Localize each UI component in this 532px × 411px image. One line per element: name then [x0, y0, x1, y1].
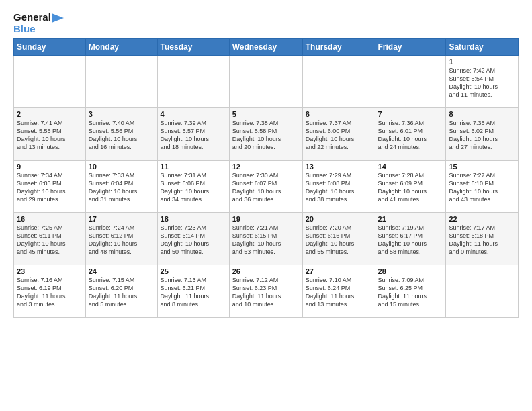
calendar-cell [375, 56, 446, 108]
calendar-cell: 16Sunrise: 7:25 AM Sunset: 6:11 PM Dayli… [14, 213, 86, 265]
calendar-cell [14, 56, 86, 108]
calendar-cell: 11Sunrise: 7:31 AM Sunset: 6:06 PM Dayli… [157, 161, 229, 213]
calendar-cell: 9Sunrise: 7:34 AM Sunset: 6:03 PM Daylig… [14, 161, 86, 213]
day-info: Sunrise: 7:29 AM Sunset: 6:08 PM Dayligh… [306, 171, 372, 204]
weekday-header-row: SundayMondayTuesdayWednesdayThursdayFrid… [14, 39, 519, 56]
day-info: Sunrise: 7:34 AM Sunset: 6:03 PM Dayligh… [17, 171, 83, 204]
day-info: Sunrise: 7:27 AM Sunset: 6:10 PM Dayligh… [449, 171, 515, 204]
day-number: 22 [449, 215, 515, 223]
day-info: Sunrise: 7:25 AM Sunset: 6:11 PM Dayligh… [17, 224, 83, 257]
day-number: 18 [161, 215, 226, 223]
calendar-cell: 1Sunrise: 7:42 AM Sunset: 5:54 PM Daylig… [446, 56, 519, 108]
calendar-cell: 18Sunrise: 7:23 AM Sunset: 6:14 PM Dayli… [157, 213, 229, 265]
calendar-cell [229, 56, 302, 108]
day-info: Sunrise: 7:31 AM Sunset: 6:06 PM Dayligh… [161, 171, 226, 204]
calendar-cell: 17Sunrise: 7:24 AM Sunset: 6:12 PM Dayli… [85, 213, 157, 265]
weekday-thursday: Thursday [302, 39, 375, 56]
calendar-cell: 10Sunrise: 7:33 AM Sunset: 6:04 PM Dayli… [85, 161, 157, 213]
calendar-week-4: 16Sunrise: 7:25 AM Sunset: 6:11 PM Dayli… [14, 213, 519, 265]
day-info: Sunrise: 7:38 AM Sunset: 5:58 PM Dayligh… [232, 119, 300, 152]
day-info: Sunrise: 7:16 AM Sunset: 6:19 PM Dayligh… [17, 276, 83, 309]
weekday-friday: Friday [375, 39, 446, 56]
day-number: 8 [449, 110, 515, 118]
day-info: Sunrise: 7:37 AM Sunset: 6:00 PM Dayligh… [306, 119, 372, 152]
day-info: Sunrise: 7:24 AM Sunset: 6:12 PM Dayligh… [89, 224, 154, 257]
day-info: Sunrise: 7:33 AM Sunset: 6:04 PM Dayligh… [89, 171, 154, 204]
svg-marker-0 [52, 13, 64, 23]
calendar-cell: 4Sunrise: 7:39 AM Sunset: 5:57 PM Daylig… [157, 108, 229, 161]
calendar-cell: 7Sunrise: 7:36 AM Sunset: 6:01 PM Daylig… [375, 108, 446, 161]
weekday-monday: Monday [85, 39, 157, 56]
calendar-week-1: 1Sunrise: 7:42 AM Sunset: 5:54 PM Daylig… [14, 56, 519, 108]
calendar-cell: 6Sunrise: 7:37 AM Sunset: 6:00 PM Daylig… [302, 108, 375, 161]
logo-text: General Blue [13, 12, 64, 34]
day-number: 20 [306, 215, 372, 223]
day-info: Sunrise: 7:30 AM Sunset: 6:07 PM Dayligh… [232, 171, 300, 204]
day-number: 12 [232, 163, 300, 171]
day-info: Sunrise: 7:39 AM Sunset: 5:57 PM Dayligh… [161, 119, 226, 152]
day-number: 3 [89, 110, 154, 118]
day-info: Sunrise: 7:15 AM Sunset: 6:20 PM Dayligh… [89, 276, 154, 309]
day-number: 7 [378, 110, 443, 118]
calendar-cell: 28Sunrise: 7:09 AM Sunset: 6:25 PM Dayli… [375, 265, 446, 318]
weekday-wednesday: Wednesday [229, 39, 302, 56]
day-number: 6 [306, 110, 372, 118]
day-info: Sunrise: 7:19 AM Sunset: 6:17 PM Dayligh… [378, 224, 443, 257]
calendar-cell: 23Sunrise: 7:16 AM Sunset: 6:19 PM Dayli… [14, 265, 86, 318]
day-info: Sunrise: 7:17 AM Sunset: 6:18 PM Dayligh… [449, 224, 515, 257]
day-number: 1 [449, 58, 515, 66]
page-header: General Blue [13, 12, 519, 34]
calendar-cell: 25Sunrise: 7:13 AM Sunset: 6:21 PM Dayli… [157, 265, 229, 318]
calendar-cell: 20Sunrise: 7:20 AM Sunset: 6:16 PM Dayli… [302, 213, 375, 265]
day-number: 19 [232, 215, 300, 223]
calendar-cell: 5Sunrise: 7:38 AM Sunset: 5:58 PM Daylig… [229, 108, 302, 161]
calendar-week-5: 23Sunrise: 7:16 AM Sunset: 6:19 PM Dayli… [14, 265, 519, 318]
day-info: Sunrise: 7:20 AM Sunset: 6:16 PM Dayligh… [306, 224, 372, 257]
calendar-cell: 8Sunrise: 7:35 AM Sunset: 6:02 PM Daylig… [446, 108, 519, 161]
day-number: 10 [89, 163, 154, 171]
day-info: Sunrise: 7:10 AM Sunset: 6:24 PM Dayligh… [306, 276, 372, 309]
day-info: Sunrise: 7:36 AM Sunset: 6:01 PM Dayligh… [378, 119, 443, 152]
calendar-cell: 24Sunrise: 7:15 AM Sunset: 6:20 PM Dayli… [85, 265, 157, 318]
calendar-cell [85, 56, 157, 108]
day-number: 16 [17, 215, 83, 223]
day-number: 5 [232, 110, 300, 118]
day-number: 4 [161, 110, 226, 118]
calendar-cell: 21Sunrise: 7:19 AM Sunset: 6:17 PM Dayli… [375, 213, 446, 265]
day-number: 11 [161, 163, 226, 171]
calendar-cell: 26Sunrise: 7:12 AM Sunset: 6:23 PM Dayli… [229, 265, 302, 318]
calendar-week-3: 9Sunrise: 7:34 AM Sunset: 6:03 PM Daylig… [14, 161, 519, 213]
calendar-week-2: 2Sunrise: 7:41 AM Sunset: 5:55 PM Daylig… [14, 108, 519, 161]
calendar-cell [157, 56, 229, 108]
calendar-cell: 13Sunrise: 7:29 AM Sunset: 6:08 PM Dayli… [302, 161, 375, 213]
day-info: Sunrise: 7:35 AM Sunset: 6:02 PM Dayligh… [449, 119, 515, 152]
calendar-cell: 3Sunrise: 7:40 AM Sunset: 5:56 PM Daylig… [85, 108, 157, 161]
weekday-sunday: Sunday [14, 39, 86, 56]
logo-arrow-icon [52, 13, 64, 23]
day-number: 27 [306, 267, 372, 275]
day-info: Sunrise: 7:09 AM Sunset: 6:25 PM Dayligh… [378, 276, 443, 309]
day-info: Sunrise: 7:21 AM Sunset: 6:15 PM Dayligh… [232, 224, 300, 257]
calendar-cell: 2Sunrise: 7:41 AM Sunset: 5:55 PM Daylig… [14, 108, 86, 161]
calendar-cell: 12Sunrise: 7:30 AM Sunset: 6:07 PM Dayli… [229, 161, 302, 213]
weekday-tuesday: Tuesday [157, 39, 229, 56]
logo: General Blue [13, 12, 64, 34]
day-info: Sunrise: 7:12 AM Sunset: 6:23 PM Dayligh… [232, 276, 300, 309]
day-number: 2 [17, 110, 83, 118]
day-info: Sunrise: 7:40 AM Sunset: 5:56 PM Dayligh… [89, 119, 154, 152]
day-number: 13 [306, 163, 372, 171]
day-number: 9 [17, 163, 83, 171]
calendar-cell: 14Sunrise: 7:28 AM Sunset: 6:09 PM Dayli… [375, 161, 446, 213]
day-info: Sunrise: 7:41 AM Sunset: 5:55 PM Dayligh… [17, 119, 83, 152]
calendar-cell: 19Sunrise: 7:21 AM Sunset: 6:15 PM Dayli… [229, 213, 302, 265]
calendar-cell [446, 265, 519, 318]
calendar-cell: 22Sunrise: 7:17 AM Sunset: 6:18 PM Dayli… [446, 213, 519, 265]
day-info: Sunrise: 7:28 AM Sunset: 6:09 PM Dayligh… [378, 171, 443, 204]
calendar-cell: 15Sunrise: 7:27 AM Sunset: 6:10 PM Dayli… [446, 161, 519, 213]
day-info: Sunrise: 7:42 AM Sunset: 5:54 PM Dayligh… [449, 66, 515, 99]
day-number: 24 [89, 267, 154, 275]
day-number: 23 [17, 267, 83, 275]
calendar-cell [302, 56, 375, 108]
day-number: 14 [378, 163, 443, 171]
day-number: 25 [161, 267, 226, 275]
